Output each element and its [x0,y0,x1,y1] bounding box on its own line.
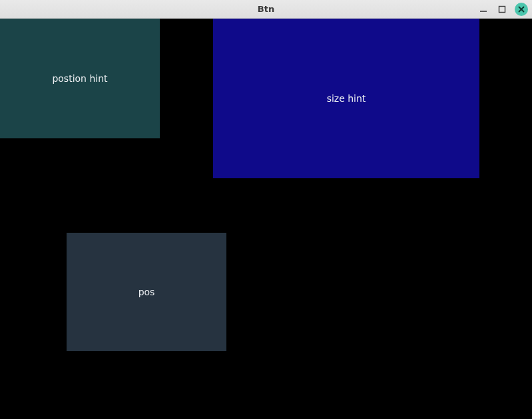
titlebar: Btn [0,0,532,19]
svg-rect-1 [499,6,505,12]
client-area: postion hint size hint pos [0,19,532,419]
close-icon [518,6,525,13]
minimize-icon [479,5,487,13]
position-hint-button[interactable]: postion hint [0,19,160,138]
maximize-icon [498,5,506,13]
maximize-button[interactable] [496,3,508,15]
size-hint-button[interactable]: size hint [213,19,479,178]
app-window: Btn postion hint [0,0,532,419]
window-controls [477,0,528,18]
position-hint-label: postion hint [52,73,107,84]
pos-button[interactable]: pos [67,233,226,351]
close-button[interactable] [515,3,528,16]
minimize-button[interactable] [477,3,489,15]
size-hint-label: size hint [327,93,366,104]
window-title: Btn [0,4,532,14]
pos-label: pos [138,287,155,297]
